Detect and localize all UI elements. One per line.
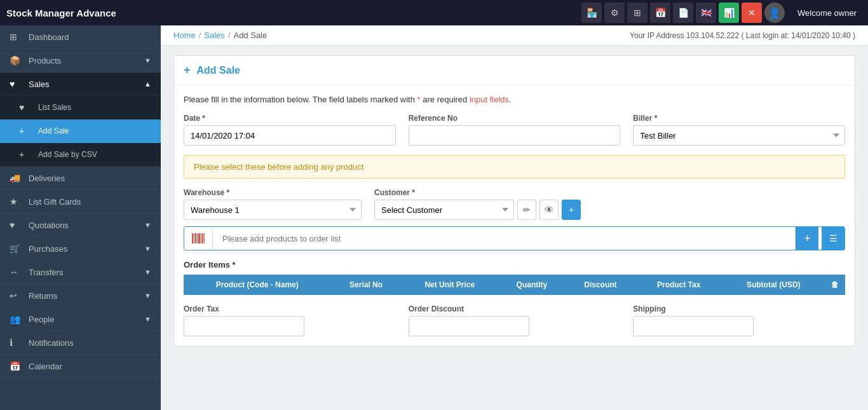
sidebar-label-people: People bbox=[29, 315, 144, 324]
sidebar: ⊞ Dashboard 📦 Products ▼ ♥ Sales ▲ ♥ Lis… bbox=[0, 25, 161, 410]
th-subtotal: Subtotal (USD) bbox=[722, 275, 825, 295]
shipping-input[interactable] bbox=[633, 316, 754, 336]
info-text: Please fill in the information below. Th… bbox=[184, 95, 845, 104]
customer-group: Customer * Select Customer ✏ 👁 + bbox=[374, 188, 581, 220]
date-group: Date * bbox=[184, 114, 396, 146]
calendar-nav-icon: 📅 bbox=[10, 361, 22, 371]
info-text-3: . bbox=[509, 95, 512, 104]
breadcrumb-home[interactable]: Home bbox=[173, 31, 196, 40]
breadcrumb-current: Add Sale bbox=[233, 31, 267, 40]
date-input[interactable] bbox=[184, 125, 396, 146]
biller-select[interactable]: Test Biller bbox=[633, 125, 845, 146]
sidebar-item-purchases[interactable]: 🛒 Purchases ▼ bbox=[0, 237, 161, 261]
top-form-row: Date * Reference No Biller * Test Biller bbox=[184, 114, 845, 146]
date-label: Date * bbox=[184, 114, 396, 123]
main-layout: ⊞ Dashboard 📦 Products ▼ ♥ Sales ▲ ♥ Lis… bbox=[0, 25, 868, 410]
warning-box: Please select these before adding any pr… bbox=[184, 155, 845, 179]
th-discount: Discount bbox=[566, 275, 635, 295]
table-icon-btn[interactable]: ⊞ bbox=[627, 3, 648, 23]
notifications-icon: ℹ bbox=[10, 338, 22, 348]
deliveries-icon: 🚚 bbox=[10, 173, 22, 183]
warehouse-select[interactable]: Warehouse 1 bbox=[184, 200, 362, 220]
order-tax-group: Order Tax bbox=[184, 304, 396, 336]
transfers-icon: ↔ bbox=[10, 267, 22, 277]
breadcrumb-sep1: / bbox=[199, 31, 201, 40]
sidebar-label-calendar: Calendar bbox=[29, 362, 151, 371]
input-word: input fields bbox=[470, 95, 509, 104]
user-avatar[interactable]: 👤 bbox=[764, 3, 785, 23]
dashboard-icon: ⊞ bbox=[10, 32, 22, 42]
svg-rect-5 bbox=[201, 233, 201, 243]
csv-icon: + bbox=[19, 149, 32, 160]
sidebar-item-sales[interactable]: ♥ Sales ▲ bbox=[0, 72, 161, 96]
sidebar-label-products: Products bbox=[29, 56, 144, 65]
order-discount-input[interactable] bbox=[409, 316, 529, 336]
sidebar-item-list-sales[interactable]: ♥ List Sales bbox=[0, 96, 161, 120]
sidebar-item-transfers[interactable]: ↔ Transfers ▼ bbox=[0, 261, 161, 284]
sidebar-label-transfers: Transfers bbox=[29, 268, 144, 277]
customer-input-row: Select Customer ✏ 👁 + bbox=[374, 200, 581, 220]
sales-submenu: ♥ List Sales + Add Sale + Add Sale by CS… bbox=[0, 96, 161, 167]
sidebar-item-calendar[interactable]: 📅 Calendar bbox=[0, 355, 161, 378]
sidebar-item-add-sale[interactable]: + Add Sale bbox=[0, 120, 161, 143]
view-customer-button[interactable]: 👁 bbox=[539, 200, 559, 220]
sidebar-label-returns: Returns bbox=[29, 291, 144, 301]
plus-icon: + bbox=[184, 64, 191, 77]
edit-customer-button[interactable]: ✏ bbox=[517, 200, 536, 220]
svg-rect-0 bbox=[192, 233, 193, 243]
sidebar-item-people[interactable]: 👥 People ▼ bbox=[0, 308, 161, 331]
shipping-label: Shipping bbox=[633, 304, 845, 313]
sidebar-label-notifications: Notifications bbox=[29, 338, 151, 348]
reference-group: Reference No bbox=[409, 114, 621, 146]
content-area: Home / Sales / Add Sale Your IP Address … bbox=[161, 25, 868, 410]
order-discount-label: Order Discount bbox=[409, 304, 621, 313]
settings-icon-btn[interactable]: ⚙ bbox=[604, 3, 625, 23]
customer-select[interactable]: Select Customer bbox=[374, 200, 514, 220]
product-list-button[interactable]: ☰ bbox=[822, 227, 844, 250]
graph-icon-btn[interactable]: 📊 bbox=[719, 3, 739, 23]
sidebar-item-returns[interactable]: ↩ Returns ▼ bbox=[0, 284, 161, 308]
calendar-icon-btn[interactable]: 📅 bbox=[650, 3, 670, 23]
sidebar-item-products[interactable]: 📦 Products ▼ bbox=[0, 49, 161, 72]
product-search-input[interactable] bbox=[216, 229, 792, 249]
document-icon-btn[interactable]: 📄 bbox=[673, 3, 693, 23]
sidebar-item-notifications[interactable]: ℹ Notifications bbox=[0, 331, 161, 355]
returns-arrow-icon: ▼ bbox=[144, 292, 151, 299]
warehouse-label: Warehouse * bbox=[184, 188, 362, 197]
sidebar-item-add-sale-csv[interactable]: + Add Sale by CSV bbox=[0, 143, 161, 167]
add-sale-card: + Add Sale Please fill in the informatio… bbox=[173, 55, 855, 346]
sidebar-label-gift-cards: List Gift Cards bbox=[29, 197, 151, 207]
top-navbar: Stock Manager Advance 🏪 ⚙ ⊞ 📅 📄 🇬🇧 📊 ✕ 👤… bbox=[0, 0, 868, 25]
svg-rect-7 bbox=[204, 233, 205, 243]
sidebar-item-gift-cards[interactable]: ★ List Gift Cards bbox=[0, 190, 161, 214]
ip-info: Your IP Address 103.104.52.222 ( Last lo… bbox=[630, 31, 855, 40]
sidebar-item-deliveries[interactable]: 🚚 Deliveries bbox=[0, 167, 161, 190]
card-header: + Add Sale bbox=[174, 56, 855, 85]
reference-input[interactable] bbox=[409, 125, 621, 146]
breadcrumb: Home / Sales / Add Sale bbox=[173, 31, 267, 40]
order-tax-label: Order Tax bbox=[184, 304, 396, 313]
logout-icon-btn[interactable]: ✕ bbox=[742, 3, 762, 23]
store-icon-btn[interactable]: 🏪 bbox=[581, 3, 602, 23]
sidebar-item-quotations[interactable]: ♥ Quotations ▼ bbox=[0, 214, 161, 237]
th-product-tax: Product Tax bbox=[635, 275, 722, 295]
order-tax-input[interactable] bbox=[184, 316, 304, 336]
page-title: Add Sale bbox=[197, 65, 240, 76]
flag-icon-btn[interactable]: 🇬🇧 bbox=[696, 3, 716, 23]
app-title: Stock Manager Advance bbox=[6, 8, 581, 18]
add-customer-button[interactable]: + bbox=[562, 200, 581, 220]
customer-label: Customer * bbox=[374, 188, 581, 197]
product-add-button[interactable]: + bbox=[796, 227, 818, 250]
product-search-row: + ☰ bbox=[184, 226, 845, 250]
th-serial: Serial No bbox=[330, 275, 401, 295]
reference-label: Reference No bbox=[409, 114, 621, 123]
breadcrumb-sales[interactable]: Sales bbox=[204, 31, 225, 40]
sidebar-item-dashboard[interactable]: ⊞ Dashboard bbox=[0, 25, 161, 49]
warehouse-group: Warehouse * Warehouse 1 bbox=[184, 188, 362, 220]
products-icon: 📦 bbox=[10, 55, 22, 65]
order-table: Product (Code - Name) Serial No Net Unit… bbox=[184, 275, 845, 295]
sales-arrow-icon: ▲ bbox=[144, 80, 151, 88]
nav-icons: 🏪 ⚙ ⊞ 📅 📄 🇬🇧 📊 ✕ 👤 Welcome owner bbox=[581, 3, 862, 23]
people-arrow-icon: ▼ bbox=[144, 315, 151, 323]
returns-icon: ↩ bbox=[10, 290, 22, 301]
